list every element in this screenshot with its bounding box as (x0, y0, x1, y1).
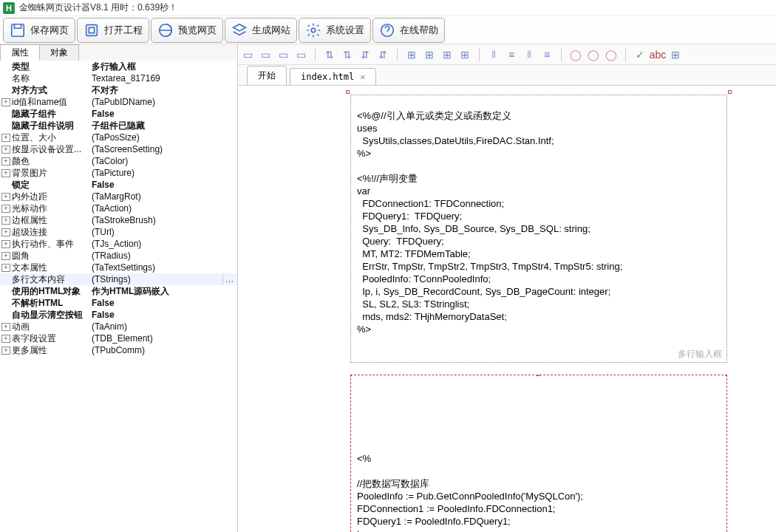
property-row[interactable]: +执行动作、事件(TJs_Action) (0, 238, 237, 250)
property-value[interactable]: (TaScreenSetting) (92, 143, 236, 155)
property-value[interactable]: (TUrl) (92, 226, 236, 238)
expand-icon[interactable]: + (1, 252, 10, 260)
tool-icon[interactable]: ≡ (540, 48, 554, 61)
expand-icon[interactable]: + (1, 146, 10, 154)
property-row[interactable]: 使用的HTML对象作为HTML源码嵌入 (0, 285, 237, 297)
tab-start[interactable]: 开始 (247, 66, 287, 85)
tool-icon[interactable]: ⇅ (341, 48, 354, 61)
property-value[interactable]: (TaStrokeBrush) (92, 214, 236, 226)
property-row[interactable]: +超级连接(TUrl) (0, 226, 237, 238)
property-row[interactable]: +圆角(TRadius) (0, 250, 237, 262)
expand-icon[interactable]: + (1, 264, 10, 272)
tool-icon[interactable]: ⊞ (440, 48, 454, 61)
textarea-component-selected[interactable]: <% //把数据写数据库 PooledInfo := Pub.GetConnPo… (350, 375, 727, 532)
preview-page-button[interactable]: 预览网页 (151, 18, 223, 43)
expand-icon[interactable]: + (1, 323, 10, 331)
tool-icon[interactable]: ⫴ (487, 48, 500, 61)
property-row[interactable]: +文本属性(TaTextSettings) (0, 262, 237, 273)
property-value[interactable]: Textarea_817169 (92, 72, 236, 84)
expand-icon[interactable]: + (1, 335, 10, 343)
resize-handle[interactable] (728, 90, 732, 94)
property-row[interactable]: 对齐方式不对齐 (0, 84, 237, 96)
tool-icon[interactable]: ≡ (505, 48, 518, 61)
expand-icon[interactable]: + (1, 134, 10, 142)
tool-icon[interactable]: ⊞ (405, 48, 418, 61)
tool-icon[interactable]: ⇵ (376, 48, 389, 61)
build-site-button[interactable]: 生成网站 (225, 18, 297, 43)
property-row[interactable]: +动画(TaAnim) (0, 321, 237, 332)
property-value[interactable]: (TaMargRot) (92, 191, 236, 202)
property-row[interactable]: +表字段设置(TDB_Element) (0, 332, 237, 344)
property-value[interactable]: False (92, 179, 236, 191)
tool-icon[interactable]: ▭ (294, 48, 307, 61)
property-row[interactable]: +id值和name值(TaPubIDName) (0, 96, 237, 108)
property-value[interactable]: (TaAnim) (92, 321, 236, 332)
tool-icon[interactable]: ⊞ (423, 48, 436, 61)
property-value[interactable]: (TJs_Action) (92, 238, 236, 250)
property-value[interactable]: (TaPicture) (92, 167, 236, 179)
expand-icon[interactable]: + (1, 205, 10, 213)
property-row[interactable]: +光标动作(TaAction) (0, 202, 237, 214)
property-row[interactable]: +更多属性(TPubComm) (0, 344, 237, 356)
property-row[interactable]: 不解析HTMLFalse (0, 297, 237, 309)
property-row[interactable]: 隐藏子组件说明子组件已隐藏 (0, 120, 237, 132)
property-value[interactable]: 多行输入框 (92, 61, 236, 72)
property-row[interactable]: +背景图片(TaPicture) (0, 167, 237, 179)
resize-handle[interactable] (350, 375, 352, 376)
resize-handle[interactable] (726, 375, 727, 376)
property-value[interactable]: 作为HTML源码嵌入 (92, 285, 236, 297)
tab-objects[interactable]: 对象 (39, 44, 79, 61)
property-value[interactable]: (TaTextSettings) (92, 262, 236, 273)
expand-icon[interactable]: + (1, 240, 10, 248)
open-project-button[interactable]: 打开工程 (77, 18, 149, 43)
textarea-component[interactable]: <%@//引入单元或类定义或函数定义 uses SysUtils,classes… (350, 95, 727, 363)
expand-icon[interactable]: + (1, 193, 10, 201)
property-row[interactable]: 锁定False (0, 179, 237, 191)
resize-handle[interactable] (346, 90, 350, 94)
property-row[interactable]: +颜色(TaColor) (0, 155, 237, 167)
property-row[interactable]: +位置、大小(TaPosSize) (0, 132, 237, 143)
expand-icon[interactable]: + (1, 216, 10, 225)
tool-icon[interactable]: ◯ (587, 48, 600, 61)
expand-icon[interactable]: + (1, 157, 10, 166)
tool-icon[interactable]: ◯ (569, 48, 582, 61)
property-value[interactable]: False (92, 309, 236, 321)
help-button[interactable]: 在线帮助 (372, 18, 445, 43)
property-value[interactable]: (TaAction) (92, 202, 236, 214)
ellipsis-button[interactable]: … (222, 273, 236, 285)
tab-index-html[interactable]: index.html ✕ (290, 68, 376, 85)
property-row[interactable]: 隐藏子组件False (0, 108, 237, 120)
design-canvas[interactable]: <%@//引入单元或类定义或函数定义 uses SysUtils,classes… (238, 86, 776, 532)
tool-icon[interactable]: ⊞ (669, 48, 682, 61)
tool-icon[interactable]: ◯ (605, 48, 618, 61)
property-value[interactable]: 不对齐 (92, 84, 236, 96)
tab-attributes[interactable]: 属性 (0, 44, 40, 61)
property-value[interactable]: (TStrings) (92, 273, 222, 285)
tool-icon[interactable]: ⊞ (458, 48, 472, 61)
property-value[interactable]: False (92, 108, 236, 120)
settings-button[interactable]: 系统设置 (299, 18, 371, 43)
property-value[interactable]: (TaPosSize) (92, 132, 236, 143)
save-page-button[interactable]: 保存网页 (3, 18, 75, 43)
close-icon[interactable]: ✕ (360, 72, 365, 82)
tool-icon[interactable]: ⇵ (358, 48, 372, 61)
property-value[interactable]: False (92, 297, 236, 309)
property-row[interactable]: 多行文本内容(TStrings)… (0, 273, 237, 285)
tool-icon[interactable]: ▭ (276, 48, 290, 61)
property-value[interactable]: (TRadius) (92, 250, 236, 262)
property-row[interactable]: 名称Textarea_817169 (0, 72, 237, 84)
tool-icon[interactable]: ⇅ (323, 48, 336, 61)
property-value[interactable]: (TDB_Element) (92, 332, 236, 344)
expand-icon[interactable]: + (1, 98, 10, 106)
property-value[interactable]: (TaPubIDName) (92, 96, 236, 108)
tool-icon[interactable]: ⫴ (523, 48, 536, 61)
property-value[interactable]: (TaColor) (92, 155, 236, 167)
property-value[interactable]: 子组件已隐藏 (92, 120, 236, 132)
property-row[interactable]: +边框属性(TaStrokeBrush) (0, 214, 237, 226)
tool-icon[interactable]: ▭ (241, 48, 254, 61)
resize-handle[interactable] (537, 375, 540, 376)
property-row[interactable]: +按显示设备设置...(TaScreenSetting) (0, 143, 237, 155)
property-row[interactable]: +内外边距(TaMargRot) (0, 191, 237, 202)
property-row[interactable]: 自动显示清空按钮False (0, 309, 237, 321)
tool-icon[interactable]: abc (651, 48, 664, 61)
